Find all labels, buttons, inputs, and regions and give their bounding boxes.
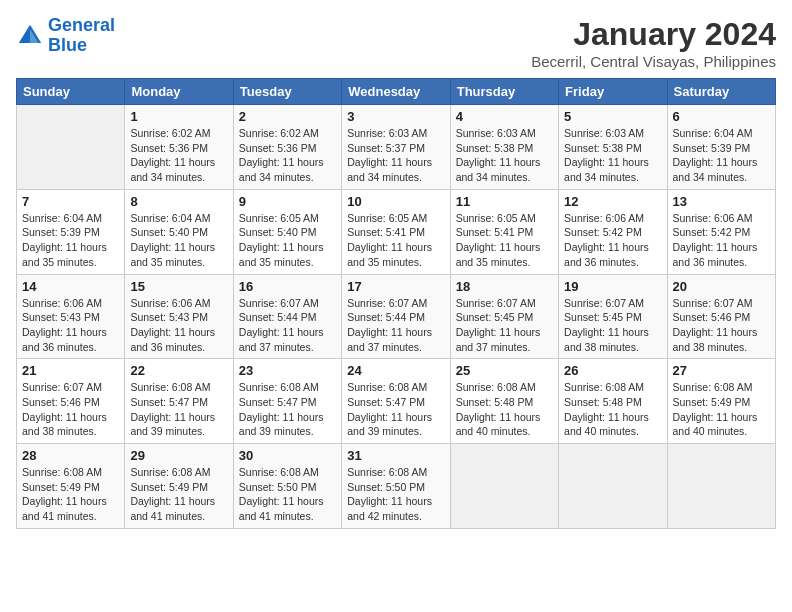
calendar-cell: 12Sunrise: 6:06 AMSunset: 5:42 PMDayligh… — [559, 189, 667, 274]
calendar-cell: 26Sunrise: 6:08 AMSunset: 5:48 PMDayligh… — [559, 359, 667, 444]
calendar-week-1: 1Sunrise: 6:02 AMSunset: 5:36 PMDaylight… — [17, 105, 776, 190]
calendar-cell — [559, 444, 667, 529]
day-number: 30 — [239, 448, 336, 463]
day-detail: Sunrise: 6:08 AMSunset: 5:47 PMDaylight:… — [239, 380, 336, 439]
calendar-cell: 8Sunrise: 6:04 AMSunset: 5:40 PMDaylight… — [125, 189, 233, 274]
col-header-tuesday: Tuesday — [233, 79, 341, 105]
logo-text: General Blue — [48, 16, 115, 56]
day-number: 18 — [456, 279, 553, 294]
day-detail: Sunrise: 6:06 AMSunset: 5:43 PMDaylight:… — [22, 296, 119, 355]
day-detail: Sunrise: 6:08 AMSunset: 5:49 PMDaylight:… — [130, 465, 227, 524]
day-detail: Sunrise: 6:08 AMSunset: 5:50 PMDaylight:… — [347, 465, 444, 524]
calendar-cell: 11Sunrise: 6:05 AMSunset: 5:41 PMDayligh… — [450, 189, 558, 274]
day-detail: Sunrise: 6:08 AMSunset: 5:49 PMDaylight:… — [673, 380, 770, 439]
day-detail: Sunrise: 6:08 AMSunset: 5:49 PMDaylight:… — [22, 465, 119, 524]
day-number: 19 — [564, 279, 661, 294]
calendar-cell — [17, 105, 125, 190]
day-detail: Sunrise: 6:04 AMSunset: 5:40 PMDaylight:… — [130, 211, 227, 270]
calendar-cell: 14Sunrise: 6:06 AMSunset: 5:43 PMDayligh… — [17, 274, 125, 359]
calendar-cell: 15Sunrise: 6:06 AMSunset: 5:43 PMDayligh… — [125, 274, 233, 359]
calendar-cell: 20Sunrise: 6:07 AMSunset: 5:46 PMDayligh… — [667, 274, 775, 359]
title-block: January 2024 Becerril, Central Visayas, … — [531, 16, 776, 70]
calendar-week-4: 21Sunrise: 6:07 AMSunset: 5:46 PMDayligh… — [17, 359, 776, 444]
calendar-cell: 30Sunrise: 6:08 AMSunset: 5:50 PMDayligh… — [233, 444, 341, 529]
calendar-cell: 3Sunrise: 6:03 AMSunset: 5:37 PMDaylight… — [342, 105, 450, 190]
day-number: 16 — [239, 279, 336, 294]
col-header-sunday: Sunday — [17, 79, 125, 105]
calendar-header-row: SundayMondayTuesdayWednesdayThursdayFrid… — [17, 79, 776, 105]
day-number: 23 — [239, 363, 336, 378]
calendar-table: SundayMondayTuesdayWednesdayThursdayFrid… — [16, 78, 776, 529]
calendar-cell: 5Sunrise: 6:03 AMSunset: 5:38 PMDaylight… — [559, 105, 667, 190]
day-detail: Sunrise: 6:06 AMSunset: 5:43 PMDaylight:… — [130, 296, 227, 355]
calendar-cell: 31Sunrise: 6:08 AMSunset: 5:50 PMDayligh… — [342, 444, 450, 529]
day-number: 21 — [22, 363, 119, 378]
day-detail: Sunrise: 6:08 AMSunset: 5:47 PMDaylight:… — [347, 380, 444, 439]
col-header-saturday: Saturday — [667, 79, 775, 105]
day-detail: Sunrise: 6:03 AMSunset: 5:38 PMDaylight:… — [564, 126, 661, 185]
day-number: 11 — [456, 194, 553, 209]
day-number: 24 — [347, 363, 444, 378]
calendar-cell: 25Sunrise: 6:08 AMSunset: 5:48 PMDayligh… — [450, 359, 558, 444]
day-number: 20 — [673, 279, 770, 294]
col-header-friday: Friday — [559, 79, 667, 105]
day-number: 9 — [239, 194, 336, 209]
day-number: 7 — [22, 194, 119, 209]
day-number: 2 — [239, 109, 336, 124]
day-detail: Sunrise: 6:06 AMSunset: 5:42 PMDaylight:… — [564, 211, 661, 270]
calendar-cell: 16Sunrise: 6:07 AMSunset: 5:44 PMDayligh… — [233, 274, 341, 359]
calendar-cell: 10Sunrise: 6:05 AMSunset: 5:41 PMDayligh… — [342, 189, 450, 274]
calendar-cell: 13Sunrise: 6:06 AMSunset: 5:42 PMDayligh… — [667, 189, 775, 274]
calendar-cell: 19Sunrise: 6:07 AMSunset: 5:45 PMDayligh… — [559, 274, 667, 359]
day-number: 3 — [347, 109, 444, 124]
day-number: 10 — [347, 194, 444, 209]
day-detail: Sunrise: 6:08 AMSunset: 5:47 PMDaylight:… — [130, 380, 227, 439]
calendar-cell: 22Sunrise: 6:08 AMSunset: 5:47 PMDayligh… — [125, 359, 233, 444]
page-header: General Blue January 2024 Becerril, Cent… — [16, 16, 776, 70]
day-detail: Sunrise: 6:06 AMSunset: 5:42 PMDaylight:… — [673, 211, 770, 270]
calendar-cell: 21Sunrise: 6:07 AMSunset: 5:46 PMDayligh… — [17, 359, 125, 444]
day-detail: Sunrise: 6:05 AMSunset: 5:40 PMDaylight:… — [239, 211, 336, 270]
calendar-cell: 27Sunrise: 6:08 AMSunset: 5:49 PMDayligh… — [667, 359, 775, 444]
calendar-cell: 24Sunrise: 6:08 AMSunset: 5:47 PMDayligh… — [342, 359, 450, 444]
location: Becerril, Central Visayas, Philippines — [531, 53, 776, 70]
calendar-cell: 4Sunrise: 6:03 AMSunset: 5:38 PMDaylight… — [450, 105, 558, 190]
day-detail: Sunrise: 6:02 AMSunset: 5:36 PMDaylight:… — [239, 126, 336, 185]
day-detail: Sunrise: 6:05 AMSunset: 5:41 PMDaylight:… — [347, 211, 444, 270]
day-number: 8 — [130, 194, 227, 209]
calendar-cell: 7Sunrise: 6:04 AMSunset: 5:39 PMDaylight… — [17, 189, 125, 274]
day-number: 1 — [130, 109, 227, 124]
calendar-week-2: 7Sunrise: 6:04 AMSunset: 5:39 PMDaylight… — [17, 189, 776, 274]
logo: General Blue — [16, 16, 115, 56]
calendar-week-5: 28Sunrise: 6:08 AMSunset: 5:49 PMDayligh… — [17, 444, 776, 529]
col-header-wednesday: Wednesday — [342, 79, 450, 105]
day-number: 22 — [130, 363, 227, 378]
day-number: 12 — [564, 194, 661, 209]
month-title: January 2024 — [531, 16, 776, 53]
day-detail: Sunrise: 6:07 AMSunset: 5:45 PMDaylight:… — [456, 296, 553, 355]
day-detail: Sunrise: 6:08 AMSunset: 5:50 PMDaylight:… — [239, 465, 336, 524]
calendar-cell: 2Sunrise: 6:02 AMSunset: 5:36 PMDaylight… — [233, 105, 341, 190]
day-number: 14 — [22, 279, 119, 294]
day-number: 4 — [456, 109, 553, 124]
day-number: 5 — [564, 109, 661, 124]
calendar-cell — [667, 444, 775, 529]
day-detail: Sunrise: 6:05 AMSunset: 5:41 PMDaylight:… — [456, 211, 553, 270]
calendar-cell: 6Sunrise: 6:04 AMSunset: 5:39 PMDaylight… — [667, 105, 775, 190]
day-detail: Sunrise: 6:08 AMSunset: 5:48 PMDaylight:… — [456, 380, 553, 439]
day-number: 15 — [130, 279, 227, 294]
day-detail: Sunrise: 6:04 AMSunset: 5:39 PMDaylight:… — [673, 126, 770, 185]
day-detail: Sunrise: 6:07 AMSunset: 5:45 PMDaylight:… — [564, 296, 661, 355]
calendar-cell — [450, 444, 558, 529]
day-number: 31 — [347, 448, 444, 463]
calendar-cell: 18Sunrise: 6:07 AMSunset: 5:45 PMDayligh… — [450, 274, 558, 359]
day-detail: Sunrise: 6:02 AMSunset: 5:36 PMDaylight:… — [130, 126, 227, 185]
day-number: 25 — [456, 363, 553, 378]
logo-icon — [16, 22, 44, 50]
day-number: 27 — [673, 363, 770, 378]
col-header-monday: Monday — [125, 79, 233, 105]
day-detail: Sunrise: 6:07 AMSunset: 5:44 PMDaylight:… — [347, 296, 444, 355]
calendar-week-3: 14Sunrise: 6:06 AMSunset: 5:43 PMDayligh… — [17, 274, 776, 359]
day-detail: Sunrise: 6:04 AMSunset: 5:39 PMDaylight:… — [22, 211, 119, 270]
day-number: 13 — [673, 194, 770, 209]
